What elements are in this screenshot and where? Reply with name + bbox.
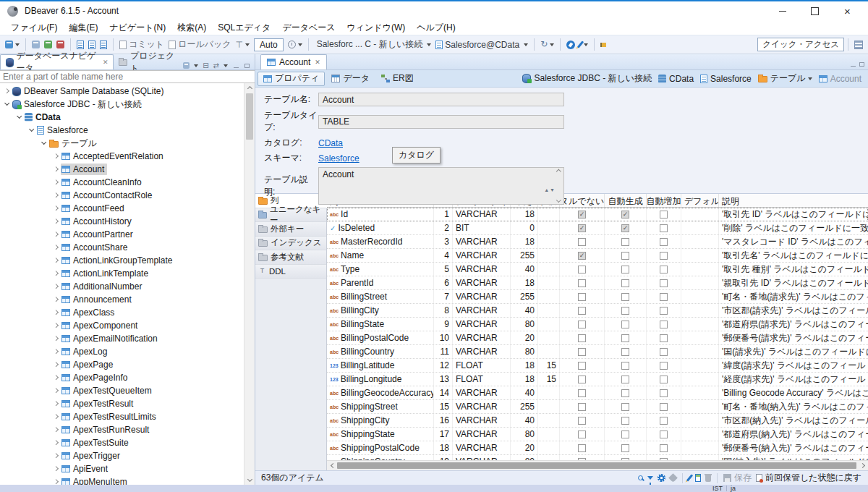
ordinal-cell[interactable]: 18 xyxy=(434,441,453,454)
menu-item-3[interactable]: 検索(A) xyxy=(171,20,212,35)
length-cell[interactable]: 18 xyxy=(511,235,538,248)
column-name-cell[interactable]: abcParentId xyxy=(327,276,434,289)
tree-item-ApexComponent[interactable]: ApexComponent xyxy=(0,319,244,332)
not-null-checkbox[interactable] xyxy=(578,430,586,438)
default-cell[interactable] xyxy=(681,235,719,248)
add-column-button[interactable] xyxy=(695,474,701,482)
twistie-icon[interactable] xyxy=(28,129,35,131)
auto-increment-checkbox[interactable] xyxy=(660,252,668,260)
scale-cell[interactable] xyxy=(538,263,560,276)
breadcrumb-item-0[interactable]: Salesforce JDBC - 新しい接続 xyxy=(522,72,652,85)
length-cell[interactable]: 255 xyxy=(511,400,538,413)
twistie-icon[interactable] xyxy=(53,336,59,340)
length-cell[interactable]: 80 xyxy=(511,345,538,358)
prop-value-field[interactable]: TABLE xyxy=(318,115,564,129)
data-type-cell[interactable]: VARCHAR xyxy=(453,414,511,427)
tree-item-Salesforce[interactable]: Salesforce xyxy=(0,124,244,137)
revert-button[interactable]: 前回保管した状態に戻す xyxy=(756,472,861,484)
twistie-icon[interactable] xyxy=(53,258,59,262)
ordinal-cell[interactable]: 15 xyxy=(434,400,453,413)
table-row[interactable]: abcType5VARCHAR40'取引先 種別' ラベルはこのフィールドに一致 xyxy=(327,263,868,276)
tree-item-AccountPartner[interactable]: AccountPartner xyxy=(0,228,244,241)
description-cell[interactable]: '取引先名' ラベルはこのフィールドに一致しま xyxy=(719,249,868,262)
menu-item-5[interactable]: データベース xyxy=(276,20,341,35)
grid-search-button[interactable] xyxy=(638,475,643,480)
delete-column-button[interactable] xyxy=(705,474,711,482)
auto-increment-checkbox[interactable] xyxy=(660,348,668,356)
column-name-cell[interactable]: 123BillingLatitude xyxy=(327,359,434,372)
menu-item-6[interactable]: ウィンドウ(W) xyxy=(341,20,412,35)
description-cell[interactable]: '町名・番地(納入先)' ラベルはこのフィールド xyxy=(719,400,868,413)
data-type-cell[interactable]: VARCHAR xyxy=(453,276,511,289)
length-cell[interactable]: 80 xyxy=(511,455,538,460)
table-row[interactable]: abcName4VARCHAR255✓'取引先名' ラベルはこのフィールドに一致… xyxy=(327,249,868,263)
length-cell[interactable]: 20 xyxy=(511,441,538,454)
not-null-checkbox[interactable]: ✓ xyxy=(578,224,586,232)
editor-tab-account[interactable]: Account ✕ xyxy=(260,54,327,69)
length-cell[interactable]: 18 xyxy=(511,373,538,386)
column-name-cell[interactable]: abcName xyxy=(327,249,434,262)
column-name-cell[interactable]: abcShippingCity xyxy=(327,414,434,427)
twistie-icon[interactable] xyxy=(53,193,59,197)
default-cell[interactable] xyxy=(681,208,719,221)
save-button[interactable]: 保存 xyxy=(723,472,752,484)
menu-item-2[interactable]: ナビゲート(N) xyxy=(103,20,171,35)
breadcrumb-item-2[interactable]: Salesforce xyxy=(700,74,752,84)
data-type-cell[interactable]: VARCHAR xyxy=(453,345,511,358)
sidebar-tab-0[interactable]: データベースナビゲータ✕ xyxy=(0,54,114,69)
default-cell[interactable] xyxy=(681,290,719,303)
edit-column-button[interactable] xyxy=(689,474,691,482)
close-button[interactable]: × xyxy=(831,2,864,20)
table-filter-input[interactable] xyxy=(0,70,255,83)
column-name-cell[interactable]: abcBillingGeocodeAccuracy xyxy=(327,386,434,399)
description-cell[interactable]: 'マスタレコード ID' ラベルはこのフィールドに一 xyxy=(719,235,868,248)
grid-settings-button[interactable] xyxy=(658,474,665,482)
table-row[interactable]: abcShippingState17VARCHAR80'都道府県(納入先)' ラ… xyxy=(327,428,868,441)
chevron-down-icon[interactable] xyxy=(194,64,198,67)
ordinal-cell[interactable]: 16 xyxy=(434,414,453,427)
auto-increment-checkbox[interactable] xyxy=(660,417,668,425)
not-null-checkbox[interactable] xyxy=(578,348,586,356)
data-type-cell[interactable]: BIT xyxy=(453,221,511,234)
scroll-left-icon[interactable] xyxy=(327,461,337,470)
twistie-icon[interactable] xyxy=(53,362,59,366)
scale-cell[interactable] xyxy=(538,441,560,454)
commit-mode-combo[interactable]: Auto xyxy=(254,38,284,51)
column-name-cell[interactable]: abcShippingState xyxy=(327,428,434,441)
twistie-icon[interactable] xyxy=(53,441,59,444)
scale-cell[interactable] xyxy=(538,276,560,289)
column-name-cell[interactable]: abcMasterRecordId xyxy=(327,235,434,248)
description-cell[interactable]: '郵便番号(請求先)' ラベルはこのフィールドに xyxy=(719,331,868,344)
scroll-right-icon[interactable] xyxy=(858,461,868,470)
ordinal-cell[interactable]: 13 xyxy=(434,373,453,386)
table-row[interactable]: abcParentId6VARCHAR18'親取引先 ID' ラベルはこのフィー… xyxy=(327,276,868,290)
auto-increment-checkbox[interactable] xyxy=(660,307,668,315)
tab-プロパティ[interactable]: プロパティ xyxy=(258,72,325,86)
table-row[interactable]: abcBillingPostalCode10VARCHAR20'郵便番号(請求先… xyxy=(327,331,868,345)
tree-item-ActionLinkGroupTemplate[interactable]: ActionLinkGroupTemplate xyxy=(0,254,244,267)
ordinal-cell[interactable]: 7 xyxy=(434,290,453,303)
not-null-checkbox[interactable]: ✓ xyxy=(578,252,586,260)
ordinal-cell[interactable]: 3 xyxy=(434,235,453,248)
description-cell[interactable]: '緯度(請求先)' ラベルはこのフィールドに一致 xyxy=(719,359,868,372)
tree-item-AccountContactRole[interactable]: AccountContactRole xyxy=(0,189,244,202)
table-row[interactable]: abcMasterRecordId3VARCHAR18'マスタレコード ID' … xyxy=(327,235,868,249)
data-type-cell[interactable]: VARCHAR xyxy=(453,290,511,303)
data-type-cell[interactable]: VARCHAR xyxy=(453,331,511,344)
data-type-cell[interactable]: VARCHAR xyxy=(453,304,511,317)
length-cell[interactable]: 18 xyxy=(511,359,538,372)
twistie-icon[interactable] xyxy=(53,154,59,158)
scale-cell[interactable] xyxy=(538,428,560,441)
twistie-icon[interactable] xyxy=(4,103,10,105)
breadcrumb-item-1[interactable]: CData xyxy=(658,74,694,84)
scale-cell[interactable] xyxy=(538,235,560,248)
twistie-icon[interactable] xyxy=(53,389,59,392)
description-cell[interactable]: '取引先 ID' ラベルはこのフィールドに一致しま xyxy=(719,208,868,221)
auto-generated-checkbox[interactable] xyxy=(621,293,629,301)
not-null-checkbox[interactable] xyxy=(578,417,586,425)
tree-item-ApexTrigger[interactable]: ApexTrigger xyxy=(0,449,244,462)
length-cell[interactable]: 80 xyxy=(511,318,538,331)
feedback-button[interactable] xyxy=(600,38,607,52)
not-null-checkbox[interactable] xyxy=(578,266,586,273)
auto-generated-checkbox[interactable]: ✓ xyxy=(621,211,629,219)
